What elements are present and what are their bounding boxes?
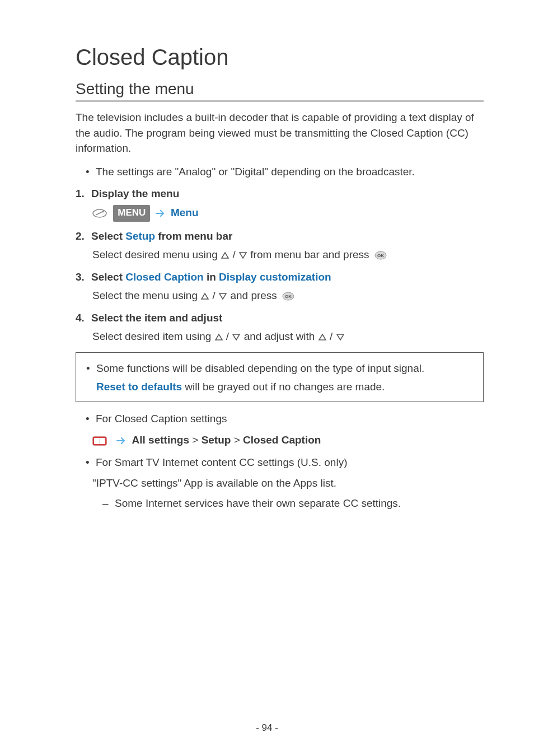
- closed-caption-link[interactable]: Closed Caption: [125, 271, 203, 283]
- smart-tv-dash-item: – Some Internet services have their own …: [102, 496, 484, 511]
- bullet-dot-icon: •: [86, 164, 96, 180]
- svg-text:OK: OK: [377, 253, 384, 258]
- step-1-menu-path: MENU Menu: [92, 205, 484, 222]
- step-number: 1.: [76, 186, 91, 202]
- book-icon: [92, 435, 109, 446]
- text: in: [204, 271, 219, 283]
- step-3: 3. Select Closed Caption in Display cust…: [76, 269, 484, 285]
- step-2: 2. Select Setup from menu bar: [76, 228, 484, 244]
- svg-text:OK: OK: [285, 294, 292, 299]
- step-label: Select Setup from menu bar: [91, 228, 484, 244]
- triangle-up-icon: [200, 292, 209, 300]
- step-label: Display the menu: [91, 186, 484, 202]
- bullet-analog-digital: • The settings are "Analog" or "Digital"…: [76, 164, 484, 180]
- section-heading: Setting the menu: [76, 80, 484, 102]
- triangle-down-icon: [232, 333, 241, 341]
- text: Select desired item using: [92, 330, 214, 342]
- setup-link[interactable]: Setup: [125, 230, 155, 242]
- arrow-right-icon: [156, 209, 166, 217]
- text: Select: [91, 230, 125, 242]
- reset-to-defaults-link[interactable]: Reset to defaults: [96, 381, 182, 393]
- step-4-sub: Select desired item using / and adjust w…: [92, 329, 484, 344]
- text: and press: [230, 290, 280, 301]
- page-title: Closed Caption: [76, 45, 484, 70]
- triangle-up-icon: [221, 251, 229, 259]
- text: Select desired menu using: [92, 249, 221, 260]
- step-4: 4. Select the item and adjust: [76, 310, 484, 326]
- intro-paragraph: The television includes a built-in decod…: [76, 110, 484, 156]
- bullet-smart-tv: • For Smart TV Internet content CC setti…: [76, 455, 484, 470]
- svg-point-1: [102, 211, 104, 212]
- step-1: 1. Display the menu: [76, 186, 484, 202]
- smart-tv-sub: "IPTV-CC settings" App is available on t…: [92, 475, 484, 491]
- text: /: [226, 330, 232, 342]
- text: and adjust with: [244, 330, 318, 342]
- arrow-right-icon: [116, 437, 127, 445]
- step-3-sub: Select the menu using / and press OK: [92, 288, 484, 304]
- triangle-down-icon: [218, 292, 227, 300]
- note-line-2-suffix: will be grayed out if no changes are mad…: [182, 381, 385, 393]
- breadcrumb-sep: >: [189, 434, 202, 446]
- breadcrumb-closed-caption[interactable]: Closed Caption: [243, 434, 321, 446]
- breadcrumb-setup[interactable]: Setup: [202, 434, 231, 446]
- breadcrumb-sep: >: [231, 434, 243, 446]
- menu-chip: MENU: [113, 205, 150, 222]
- text: Select the menu using: [92, 290, 200, 301]
- note-line-1: Some functions will be disabled dependin…: [96, 361, 424, 376]
- dash-icon: –: [102, 496, 115, 511]
- bullet-dot-icon: •: [86, 455, 96, 470]
- step-number: 3.: [76, 269, 91, 285]
- step-label: Select the item and adjust: [91, 310, 484, 326]
- ok-button-icon: OK: [374, 251, 387, 260]
- text: Select: [91, 271, 125, 283]
- breadcrumb-reference: All settings > Setup > Closed Caption: [92, 432, 484, 449]
- text: from menu bar and press: [250, 249, 372, 260]
- text: /: [330, 330, 336, 342]
- bullet-dot-icon: •: [86, 411, 96, 427]
- triangle-up-icon: [214, 333, 223, 341]
- note-box: • Some functions will be disabled depend…: [76, 352, 484, 402]
- step-2-sub: Select desired menu using / from menu ba…: [92, 247, 484, 263]
- menu-link[interactable]: Menu: [171, 207, 199, 218]
- bullet-text: For Closed Caption settings: [96, 411, 227, 427]
- breadcrumb-all-settings[interactable]: All settings: [132, 434, 189, 446]
- remote-icon: [92, 208, 107, 218]
- text: /: [213, 290, 219, 301]
- page-number: - 94 -: [0, 722, 534, 734]
- text: from menu bar: [155, 230, 232, 242]
- bullet-cc-settings: • For Closed Caption settings: [76, 411, 484, 427]
- bullet-text: For Smart TV Internet content CC setting…: [96, 455, 347, 470]
- step-label: Select Closed Caption in Display customi…: [91, 269, 484, 285]
- triangle-up-icon: [318, 333, 327, 341]
- dash-text: Some Internet services have their own se…: [115, 496, 401, 511]
- step-number: 4.: [76, 310, 91, 326]
- triangle-down-icon: [336, 333, 345, 341]
- bullet-text: The settings are "Analog" or "Digital" d…: [96, 164, 415, 180]
- triangle-down-icon: [238, 251, 247, 259]
- bullet-dot-icon: •: [86, 361, 96, 376]
- ok-button-icon: OK: [282, 292, 294, 301]
- display-customization-link[interactable]: Display customization: [219, 271, 331, 283]
- step-number: 2.: [76, 228, 91, 244]
- text: /: [232, 249, 238, 260]
